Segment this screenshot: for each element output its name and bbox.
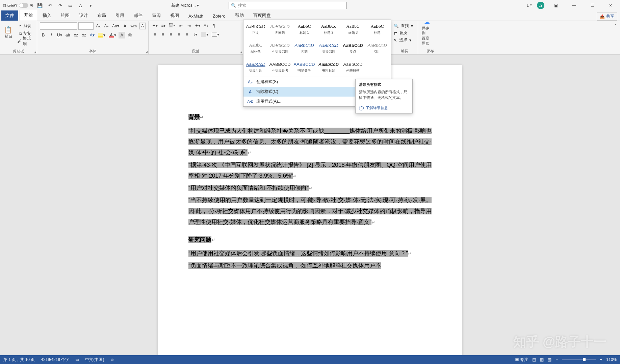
print-layout-icon[interactable]: ▦: [540, 357, 544, 362]
collapse-ribbon-button[interactable]: ⌃: [611, 21, 620, 54]
italic-button[interactable]: I: [48, 32, 55, 38]
tab-视图[interactable]: 视图: [166, 10, 183, 21]
close-icon[interactable]: ✕: [604, 0, 617, 11]
tab-绘图[interactable]: 绘图: [57, 10, 74, 21]
qat-more-icon[interactable]: ▾: [87, 2, 94, 9]
accessibility-icon[interactable]: ☺: [110, 357, 114, 362]
style-引用[interactable]: AaBbCcD引用: [365, 39, 389, 58]
baidu-save-button[interactable]: ☁ 保存到 百度网盘: [421, 22, 433, 42]
distributed-button[interactable]: ≡: [184, 31, 190, 38]
zoom-value[interactable]: 110%: [606, 357, 617, 362]
text-effects-button[interactable]: A▾: [89, 32, 96, 38]
style-标题 1[interactable]: AaBbC标题 1: [292, 20, 316, 39]
tab-设计[interactable]: 设计: [75, 10, 92, 21]
superscript-button[interactable]: x2: [81, 32, 87, 38]
document-title[interactable]: 新建 Micros... ▾: [171, 3, 199, 8]
tab-帮助[interactable]: 帮助: [231, 10, 248, 21]
style-强调[interactable]: AaBbCcD强调: [292, 39, 316, 58]
autosave-toggle[interactable]: 自动保存 关: [3, 3, 33, 8]
launcher-icon[interactable]: ◢: [145, 50, 148, 54]
share-button[interactable]: 📤 共享: [597, 12, 617, 21]
numbering-button[interactable]: ≡▾: [160, 22, 167, 29]
web-layout-icon[interactable]: ▧: [548, 357, 551, 362]
tab-Zotero[interactable]: Zotero: [209, 11, 230, 21]
style-要点[interactable]: AaBbCcD要点: [341, 39, 365, 58]
phonetic-button[interactable]: wén: [130, 23, 138, 29]
align-center-button[interactable]: ≡: [159, 31, 166, 38]
line-spacing-button[interactable]: ↕▾: [192, 31, 199, 38]
tab-AxMath[interactable]: AxMath: [184, 11, 207, 21]
style-无间隔[interactable]: AaBbCcD无间隔: [268, 20, 292, 39]
tab-百度网盘[interactable]: 百度网盘: [249, 10, 275, 21]
zoom-slider[interactable]: [562, 359, 596, 360]
status-page[interactable]: 第 1 页，共 10 页: [3, 357, 35, 363]
sort-button[interactable]: A↓: [203, 22, 209, 29]
maximize-icon[interactable]: ☐: [586, 0, 599, 11]
justify-button[interactable]: ≡: [176, 31, 182, 38]
cut-button[interactable]: ✂剪切: [16, 22, 34, 29]
bullets-button[interactable]: ≣▾: [151, 22, 159, 29]
style-不明显强调[interactable]: AaBbCcD不明显强调: [268, 39, 292, 58]
highlight-button[interactable]: ▾: [97, 32, 106, 38]
tab-file[interactable]: 文件: [1, 10, 18, 21]
char-border-button[interactable]: A: [139, 23, 146, 29]
select-button[interactable]: ↖选择 ▾: [394, 37, 411, 43]
align-left-button[interactable]: ≡: [151, 31, 158, 38]
style-明显引用[interactable]: AaBbCcD明显引用: [243, 58, 268, 77]
status-words[interactable]: 4219/4219 个字: [41, 357, 69, 363]
tooltip-help-link[interactable]: ? 了解详细信息: [359, 103, 409, 110]
char-shading-button[interactable]: A: [119, 32, 125, 38]
align-right-button[interactable]: ≡: [167, 31, 174, 38]
style-明显参考[interactable]: AABBCCD明显参考: [292, 58, 316, 77]
tab-审阅[interactable]: 审阅: [148, 10, 165, 21]
style-副标题[interactable]: AaBbC副标题: [243, 39, 268, 58]
shading-button[interactable]: ▾: [200, 31, 209, 38]
style-书籍标题[interactable]: AaBbCcD书籍标题: [316, 58, 341, 77]
minimize-icon[interactable]: —: [567, 0, 581, 11]
tab-邮件[interactable]: 邮件: [130, 10, 147, 21]
underline-button[interactable]: U▾: [56, 32, 63, 38]
font-name-combo[interactable]: [40, 22, 77, 30]
clear-format-button[interactable]: A̶: [122, 23, 128, 29]
font-size-combo[interactable]: [78, 22, 94, 30]
save-icon[interactable]: 💾: [36, 2, 44, 9]
multilevel-button[interactable]: ⿲▾: [168, 22, 176, 29]
tab-开始[interactable]: 开始: [20, 10, 37, 21]
replace-button[interactable]: ⇄替换: [394, 30, 407, 36]
read-mode-icon[interactable]: ▤: [532, 357, 536, 362]
redo-icon[interactable]: ↷: [56, 2, 64, 9]
style-标题 3[interactable]: AaBbC标题 3: [341, 20, 365, 39]
asian-layout-button[interactable]: ✦▾: [194, 22, 201, 29]
qat-btn[interactable]: A̲: [77, 2, 84, 9]
zoom-in-button[interactable]: +: [600, 357, 602, 362]
shrink-font-button[interactable]: A▾: [103, 23, 110, 29]
zoom-out-button[interactable]: −: [556, 357, 558, 362]
style-明显强调[interactable]: AaBbCcD明显强调: [316, 39, 341, 58]
indent-dec-button[interactable]: ⇤: [178, 22, 184, 29]
style-列表段落[interactable]: AaBbCcD列表段落: [341, 58, 365, 77]
show-marks-button[interactable]: ¶: [211, 22, 217, 29]
strike-button[interactable]: ab: [64, 32, 71, 38]
paste-button[interactable]: 📋 粘贴: [3, 22, 14, 42]
focus-mode-button[interactable]: ▣ 专注: [515, 357, 528, 363]
find-button[interactable]: 🔍查找 ▾: [394, 23, 413, 29]
tab-布局[interactable]: 布局: [93, 10, 110, 21]
bold-button[interactable]: B: [40, 32, 47, 38]
enclose-char-button[interactable]: ㊖: [127, 32, 133, 38]
style-正文[interactable]: AaBbCcD正文: [243, 20, 268, 39]
status-lang[interactable]: 中文(中国): [85, 357, 104, 363]
tab-插入[interactable]: 插入: [38, 10, 55, 21]
subscript-button[interactable]: x2: [73, 32, 79, 38]
launcher-icon[interactable]: ◢: [240, 50, 242, 54]
borders-button[interactable]: ▾: [211, 31, 220, 38]
style-标题 2[interactable]: AaBbCc标题 2: [316, 20, 341, 39]
avatar[interactable]: LY: [537, 2, 544, 9]
style-标题[interactable]: AaBbC标题: [365, 20, 389, 39]
format-painter-button[interactable]: 🖌格式刷: [16, 38, 34, 45]
search-input[interactable]: 🔍 搜索: [229, 2, 347, 9]
grow-font-button[interactable]: A▴: [95, 23, 102, 29]
change-case-button[interactable]: Aa▾: [111, 23, 120, 29]
spellcheck-icon[interactable]: ▭: [75, 357, 79, 362]
font-color-button[interactable]: A▾: [108, 32, 117, 38]
tab-引用[interactable]: 引用: [111, 10, 128, 21]
